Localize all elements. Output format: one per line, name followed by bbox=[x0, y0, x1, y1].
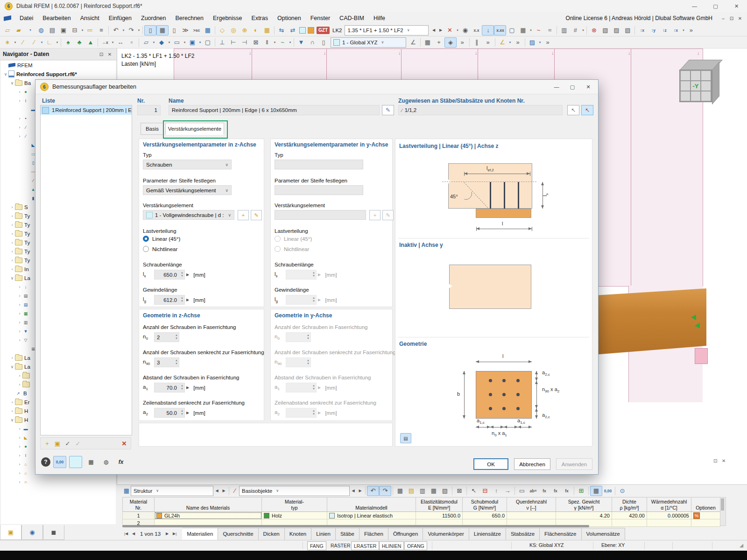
edit-view-icon[interactable]: ▨ bbox=[611, 25, 622, 35]
cell-material-modell[interactable]: Isotrop | Linear elastisch bbox=[327, 512, 416, 519]
tree-chevron-icon[interactable]: › bbox=[9, 409, 15, 413]
tree-chevron-icon[interactable]: › bbox=[9, 231, 15, 236]
separator[interactable] bbox=[615, 487, 615, 495]
tree-chevron-icon[interactable]: › bbox=[17, 480, 22, 484]
menu-item[interactable]: Extras bbox=[247, 15, 273, 21]
cell-material-typ[interactable]: Holz bbox=[262, 512, 327, 519]
filter-menu-icon[interactable]: ▾ bbox=[455, 28, 459, 32]
table-delete-icon[interactable]: ⊠ bbox=[454, 486, 465, 496]
table-tab[interactable]: Volumenkörper bbox=[423, 528, 469, 540]
solid-menu-icon[interactable]: ▾ bbox=[198, 41, 202, 44]
cell-empty[interactable] bbox=[647, 519, 691, 527]
tree-chevron-icon[interactable]: › bbox=[17, 302, 22, 307]
new-elastic-member-icon[interactable]: ~ bbox=[277, 37, 288, 48]
tree-chevron-icon[interactable]: › bbox=[9, 214, 15, 218]
tree-chevron-icon[interactable]: › bbox=[9, 258, 15, 263]
separator[interactable] bbox=[466, 487, 467, 495]
new-nurbs-icon[interactable]: ◆ bbox=[156, 37, 167, 48]
menu-item[interactable]: CAD-BIM bbox=[335, 15, 369, 21]
maximize-button[interactable]: ▢ bbox=[705, 0, 726, 12]
select-special-icon[interactable]: ◇ bbox=[217, 25, 228, 35]
spinner-icon[interactable]: ▲▼ bbox=[181, 384, 183, 391]
navigator-data-tab[interactable]: ▣ bbox=[0, 525, 21, 540]
new-nodal-release-icon[interactable]: ‖ bbox=[261, 37, 273, 48]
close-button[interactable]: ✕ bbox=[726, 0, 747, 12]
elastic-menu-icon[interactable]: ▾ bbox=[288, 41, 292, 44]
cell-spez-gewicht[interactable]: 4.20 bbox=[556, 512, 612, 519]
menu-item[interactable]: Einfügen bbox=[104, 15, 136, 21]
formula-icon[interactable]: fx bbox=[115, 456, 127, 468]
fx3-icon[interactable]: fx bbox=[561, 486, 572, 496]
result-swatch-cyan-icon[interactable] bbox=[299, 27, 306, 34]
result-numbers-icon[interactable]: x.xx bbox=[494, 25, 506, 35]
navigator-float-icon[interactable]: ⊡ bbox=[97, 52, 106, 57]
separator[interactable] bbox=[294, 38, 294, 47]
column-header[interactable]: ElastizitätsmodulE [N/mm²] bbox=[416, 497, 463, 511]
filter-results-icon[interactable]: ✕ bbox=[444, 25, 455, 35]
tree-item[interactable]: ∨ Reinforced Support.rf6* bbox=[1, 70, 116, 78]
print-menu-icon[interactable]: ▾ bbox=[80, 28, 85, 32]
new-hinge-icon[interactable]: ⊢ bbox=[228, 37, 239, 48]
online-services-icon[interactable]: ◍ bbox=[35, 25, 47, 35]
separator[interactable] bbox=[495, 38, 495, 47]
cell-empty[interactable] bbox=[612, 519, 647, 527]
help-icon[interactable]: ? bbox=[41, 457, 50, 467]
menu-item[interactable]: Ergebnisse bbox=[208, 15, 247, 21]
decimal-places-icon[interactable]: 0,00 bbox=[602, 486, 613, 496]
separator[interactable] bbox=[139, 38, 139, 47]
new-member-set-icon[interactable]: ♣ bbox=[74, 37, 85, 48]
new-line-icon[interactable]: ∕ bbox=[17, 37, 28, 48]
table-tab[interactable]: Liniensätze bbox=[469, 528, 506, 540]
dock-close-icon[interactable]: ✕ bbox=[722, 458, 726, 463]
column-header[interactable]: Spez. Gewichtγ [kN/m³] bbox=[556, 497, 612, 511]
work-plane-icon[interactable]: ◈ bbox=[444, 37, 457, 48]
spinner-icon[interactable]: ▲▼ bbox=[181, 409, 183, 416]
overflow5-icon[interactable]: » bbox=[542, 37, 553, 48]
tree-chevron-icon[interactable]: › bbox=[17, 125, 22, 130]
tree-chevron-icon[interactable]: › bbox=[17, 462, 22, 467]
tree-item[interactable]: RFEM bbox=[1, 61, 116, 70]
smooth-results-icon[interactable]: ≈ bbox=[544, 25, 555, 35]
model-link-icon[interactable]: ⇆ bbox=[276, 25, 287, 35]
result-diagram-icon[interactable]: ~ bbox=[533, 25, 544, 35]
table-row[interactable]: 1 GL24h Holz Isotrop | Linear elastisch … bbox=[122, 512, 720, 519]
cell-dichte[interactable]: 420.00 bbox=[612, 512, 647, 519]
column-header[interactable]: Name des Materials bbox=[155, 497, 262, 511]
gzt-badge[interactable]: GZT bbox=[317, 27, 330, 34]
rectangle-menu-icon[interactable]: ▾ bbox=[183, 41, 187, 44]
prev-table-button[interactable]: ◀ bbox=[350, 486, 357, 496]
minimize-button[interactable]: — bbox=[684, 0, 705, 12]
column-header[interactable]: MaterialNr. bbox=[123, 497, 155, 511]
separator[interactable] bbox=[586, 26, 587, 35]
dialog-minimize-icon[interactable]: — bbox=[549, 81, 564, 92]
decimals-icon[interactable]: 0,00 bbox=[53, 456, 66, 468]
table-tab[interactable]: Flächensätze bbox=[540, 528, 581, 540]
list-uncheck-icon[interactable]: ✓ bbox=[73, 438, 83, 448]
table-view4-icon[interactable]: ▦ bbox=[428, 486, 439, 496]
resize-grip-icon[interactable]: ◢ bbox=[740, 542, 743, 548]
cell-empty[interactable] bbox=[691, 519, 720, 527]
tree-chevron-icon[interactable]: › bbox=[17, 320, 22, 325]
typ-dropdown[interactable]: Schrauben∨ bbox=[143, 160, 232, 169]
redo-menu-icon[interactable]: ▾ bbox=[137, 28, 141, 32]
cube-side-face[interactable] bbox=[712, 62, 719, 105]
table-group-combobox[interactable]: Struktur∨ bbox=[131, 486, 213, 496]
new-support-icon[interactable]: ⊥ bbox=[217, 37, 228, 48]
release-menu-icon[interactable]: ▾ bbox=[273, 41, 277, 44]
coordinate-system-combobox[interactable]: 1 - Global XYZ∨ bbox=[331, 37, 406, 48]
table-tab[interactable]: Stabsätze bbox=[506, 528, 540, 540]
tree-chevron-icon[interactable]: › bbox=[17, 134, 22, 139]
axis-minus-x-icon[interactable]: ↕x bbox=[670, 25, 681, 35]
spinner-icon[interactable]: ▲▼ bbox=[181, 296, 183, 303]
table-redo-icon[interactable]: ↷ bbox=[379, 486, 391, 496]
column-header[interactable]: Dichteρ [kg/m³] bbox=[612, 497, 647, 511]
n90-input[interactable]: 3 ▲▼ bbox=[154, 357, 179, 367]
screw-length-input[interactable]: 650.0 ▲▼ bbox=[154, 270, 185, 280]
tree-chevron-icon[interactable]: › bbox=[9, 223, 15, 227]
separator[interactable] bbox=[98, 38, 98, 47]
color-scale-icon[interactable] bbox=[69, 456, 82, 468]
tree-chevron-icon[interactable]: ∨ bbox=[9, 364, 15, 369]
separator[interactable] bbox=[588, 487, 589, 495]
row-up-icon[interactable]: ↑ bbox=[491, 486, 502, 496]
previous-loadcase-button[interactable]: ◀ bbox=[430, 26, 437, 35]
